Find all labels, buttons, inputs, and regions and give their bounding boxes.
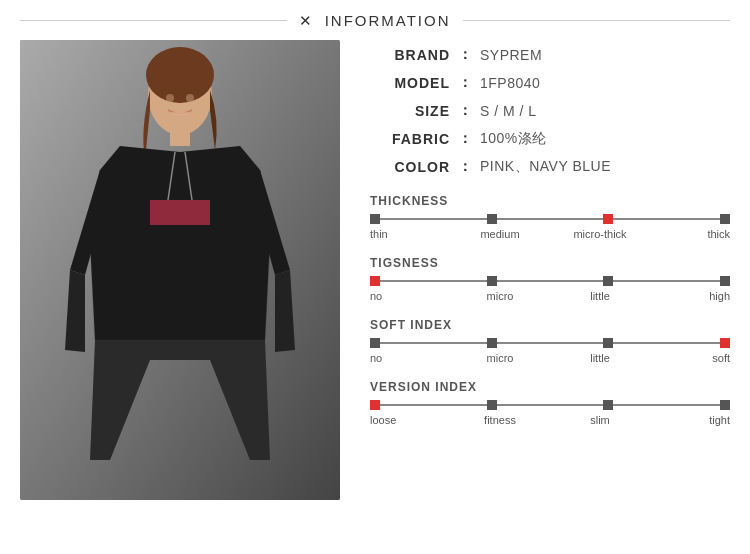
slider-soft-index: SOFT INDEXnomicrolittlesoft: [370, 318, 730, 364]
info-panel: BRAND ： SYPREM MODEL ： 1FP8040 SIZE ： S …: [360, 40, 730, 534]
slider-soft-index-tick-labels: nomicrolittlesoft: [370, 352, 730, 364]
slider-thickness-tick-label-0: thin: [370, 228, 430, 240]
size-row: SIZE ： S / M / L: [370, 102, 730, 120]
slider-thickness-track-container: thinmediummicro-thickthick: [370, 214, 730, 240]
main-content: BRAND ： SYPREM MODEL ： 1FP8040 SIZE ： S …: [0, 40, 750, 544]
model-colon: ：: [458, 74, 472, 92]
slider-thickness-tick-label-2: micro-thick: [570, 228, 630, 240]
slider-thickness-tick-label-3: thick: [670, 228, 730, 240]
slider-thickness-dot-0: [370, 214, 380, 224]
slider-version-index-dot-3: [720, 400, 730, 410]
slider-thickness-dot-1: [487, 214, 497, 224]
slider-thickness-dot-2: [603, 214, 613, 224]
size-value: S / M / L: [480, 103, 537, 119]
slider-soft-index-dots: [370, 338, 730, 348]
slider-tigsness-dots: [370, 276, 730, 286]
svg-point-7: [166, 94, 174, 102]
brand-row: BRAND ： SYPREM: [370, 46, 730, 64]
slider-soft-index-label: SOFT INDEX: [370, 318, 730, 332]
page-container: ✕ INFORMATION: [0, 0, 750, 544]
slider-version-index-tick-labels: loosefitnessslimtight: [370, 414, 730, 426]
slider-tigsness-track: [370, 276, 730, 286]
slider-soft-index-dot-3: [720, 338, 730, 348]
model-label: MODEL: [370, 75, 450, 91]
slider-tigsness-dot-2: [603, 276, 613, 286]
brand-colon: ：: [458, 46, 472, 64]
slider-tigsness-dot-0: [370, 276, 380, 286]
slider-version-index-track-container: loosefitnessslimtight: [370, 400, 730, 426]
slider-soft-index-tick-label-1: micro: [470, 352, 530, 364]
product-info-table: BRAND ： SYPREM MODEL ： 1FP8040 SIZE ： S …: [370, 46, 730, 176]
svg-point-3: [146, 47, 214, 103]
slider-tigsness-tick-label-0: no: [370, 290, 430, 302]
brand-label: BRAND: [370, 47, 450, 63]
header-title: ✕ INFORMATION: [287, 12, 462, 30]
color-row: COLOR ： PINK、NAVY BLUE: [370, 158, 730, 176]
slider-soft-index-dot-2: [603, 338, 613, 348]
product-image: [20, 40, 340, 500]
fabric-label: FABRIC: [370, 131, 450, 147]
color-colon: ：: [458, 158, 472, 176]
slider-thickness-tick-labels: thinmediummicro-thickthick: [370, 228, 730, 240]
slider-thickness: THICKNESSthinmediummicro-thickthick: [370, 194, 730, 240]
brand-value: SYPREM: [480, 47, 542, 63]
sliders-section: THICKNESSthinmediummicro-thickthickTIGSN…: [370, 194, 730, 426]
model-illustration: [20, 40, 340, 500]
slider-tigsness-tick-labels: nomicrolittlehigh: [370, 290, 730, 302]
slider-soft-index-track: [370, 338, 730, 348]
color-label: COLOR: [370, 159, 450, 175]
slider-tigsness-tick-label-2: little: [570, 290, 630, 302]
slider-thickness-dot-3: [720, 214, 730, 224]
slider-version-index-dot-0: [370, 400, 380, 410]
slider-version-index: VERSION INDEXloosefitnessslimtight: [370, 380, 730, 426]
fabric-row: FABRIC ： 100%涤纶: [370, 130, 730, 148]
slider-tigsness-label: TIGSNESS: [370, 256, 730, 270]
slider-version-index-label: VERSION INDEX: [370, 380, 730, 394]
slider-soft-index-tick-label-2: little: [570, 352, 630, 364]
svg-point-8: [186, 94, 194, 102]
slider-soft-index-dot-1: [487, 338, 497, 348]
slider-tigsness-track-container: nomicrolittlehigh: [370, 276, 730, 302]
slider-version-index-tick-label-0: loose: [370, 414, 430, 426]
slider-tigsness-tick-label-1: micro: [470, 290, 530, 302]
slider-thickness-dots: [370, 214, 730, 224]
slider-thickness-track: [370, 214, 730, 224]
fabric-colon: ：: [458, 130, 472, 148]
slider-tigsness-dot-3: [720, 276, 730, 286]
slider-version-index-track: [370, 400, 730, 410]
fabric-value: 100%涤纶: [480, 130, 547, 148]
slider-soft-index-dot-0: [370, 338, 380, 348]
model-row: MODEL ： 1FP8040: [370, 74, 730, 92]
slider-version-index-tick-label-1: fitness: [470, 414, 530, 426]
size-label: SIZE: [370, 103, 450, 119]
slider-tigsness-tick-label-3: high: [670, 290, 730, 302]
slider-thickness-label: THICKNESS: [370, 194, 730, 208]
slider-thickness-tick-label-1: medium: [470, 228, 530, 240]
slider-version-index-dot-1: [487, 400, 497, 410]
slider-soft-index-tick-label-0: no: [370, 352, 430, 364]
color-value: PINK、NAVY BLUE: [480, 158, 611, 176]
slider-soft-index-track-container: nomicrolittlesoft: [370, 338, 730, 364]
header: ✕ INFORMATION: [0, 0, 750, 40]
model-value: 1FP8040: [480, 75, 540, 91]
slider-tigsness: TIGSNESSnomicrolittlehigh: [370, 256, 730, 302]
slider-version-index-dot-2: [603, 400, 613, 410]
slider-soft-index-tick-label-3: soft: [670, 352, 730, 364]
svg-rect-4: [170, 128, 190, 146]
size-colon: ：: [458, 102, 472, 120]
header-x-icon: ✕: [299, 12, 314, 29]
slider-tigsness-dot-1: [487, 276, 497, 286]
slider-version-index-dots: [370, 400, 730, 410]
slider-version-index-tick-label-3: tight: [670, 414, 730, 426]
slider-version-index-tick-label-2: slim: [570, 414, 630, 426]
